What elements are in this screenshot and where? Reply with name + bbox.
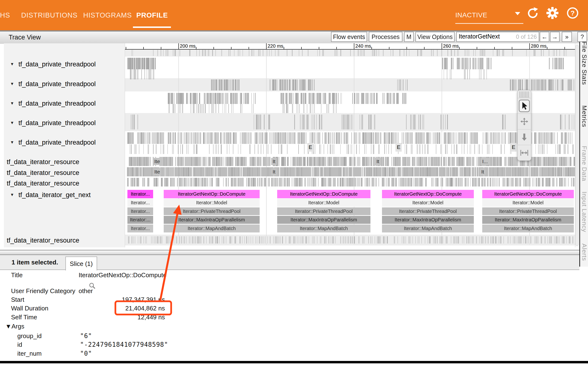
ruler-tick-label: 220 ms xyxy=(268,43,283,49)
resource-slice-label[interactable]: I... xyxy=(481,158,489,165)
find-previous-button[interactable]: ← xyxy=(540,32,549,42)
tab-histograms[interactable]: HISTOGRAMS xyxy=(83,0,132,30)
resource-slice-label[interactable]: Ite xyxy=(153,158,161,165)
slice-iterator-mapandbatch[interactable]: Iterator::MapAndBatch xyxy=(164,224,260,232)
panel-splitter[interactable] xyxy=(0,250,579,255)
search-title-icon[interactable] xyxy=(88,282,96,290)
slice-iterator-get-next-op[interactable]: IteratorGetNextOp::DoCompute xyxy=(382,190,474,198)
collapse-arrow-icon[interactable]: ▼ xyxy=(10,82,14,86)
slice-iterator-model[interactable]: Iterator::Model xyxy=(164,199,260,207)
slice-iterator-privatethreadpool[interactable]: Iterator::PrivateThreadPool xyxy=(277,207,370,215)
help-icon[interactable]: ? xyxy=(566,7,579,19)
side-tab-metrics[interactable]: Metrics xyxy=(581,105,588,139)
track-label-tf-data-iterator-resource[interactable]: tf_data_iterator_resource xyxy=(7,168,79,177)
track-label-tf-data-private-threadpool[interactable]: ▼tf_data_private_threadpool xyxy=(10,138,96,147)
slice-iterator-[interactable]: Iterator... xyxy=(127,207,153,215)
expand-results-button[interactable]: » xyxy=(562,32,572,42)
tab-profile[interactable]: PROFILE xyxy=(136,0,168,30)
side-tab-input-latency[interactable]: Input Latency xyxy=(581,191,588,243)
settings-icon[interactable] xyxy=(546,7,559,19)
side-tab-file-size-stats[interactable]: File Size Stats xyxy=(581,41,588,94)
slice-iterator-mapandbatch[interactable]: Iterator::MapAndBatch xyxy=(277,224,370,232)
track-label-tf-data-iterator-resource[interactable]: tf_data_iterator_resource xyxy=(7,157,79,167)
slice-iterator-maxintraopparallelism[interactable]: Iterator::MaxIntraOpParallelism xyxy=(482,216,574,224)
track-label-tf-data-private-threadpool[interactable]: ▼tf_data_private_threadpool xyxy=(10,79,96,89)
tab-hs[interactable]: HS xyxy=(0,0,10,30)
tab-slice[interactable]: Slice (1) xyxy=(65,257,97,270)
track-label-text: tf_data_iterator_resource xyxy=(7,237,79,244)
slice-iterator-model[interactable]: Iterator::Model xyxy=(382,199,474,207)
track-label-text: tf_data_private_threadpool xyxy=(19,61,96,68)
slice-iterator-mapandbatch[interactable]: Iterator::MapAndBatch xyxy=(382,224,474,232)
toolbar-button-m[interactable]: M xyxy=(404,32,414,42)
toolbar-button-view-options[interactable]: View Options xyxy=(415,32,455,42)
args-section-toggle[interactable]: ▼Args xyxy=(5,322,24,330)
slice-iterator-maxintraopparallelism[interactable]: Iterator::MaxIntraOpParallelism xyxy=(382,216,474,224)
ruler-minor-tick xyxy=(143,47,144,49)
side-tab-alerts[interactable]: Alerts xyxy=(581,244,588,267)
collapse-arrow-icon[interactable]: ▼ xyxy=(10,192,14,197)
collapse-arrow-icon[interactable]: ▼ xyxy=(10,101,14,106)
ruler-minor-tick xyxy=(424,47,425,49)
side-tab-frame-data[interactable]: Frame Data xyxy=(581,146,588,191)
event-marker-E[interactable]: E xyxy=(396,143,402,152)
toolbar-button-flow-events[interactable]: Flow events xyxy=(331,32,367,42)
slice-iterator-get-next-op[interactable]: IteratorGetNextOp::DoCompute xyxy=(164,190,260,198)
resource-slice-label[interactable]: It xyxy=(375,158,381,165)
arg-value-id: "-2247961841077948598" xyxy=(80,341,168,349)
vertical-scrollbar-thumb[interactable] xyxy=(575,45,579,246)
track-label-tf-data-iterator-get-next[interactable]: ▼tf_data_iterator_get_next xyxy=(10,190,91,199)
tool-cursor-icon[interactable] xyxy=(518,98,531,114)
slice-iterator-get-next-op[interactable]: IteratorGetNextOp::DoCompute xyxy=(482,190,574,198)
tab-distributions[interactable]: DISTRIBUTIONS xyxy=(21,0,77,30)
toolbar-button-processes[interactable]: Processes xyxy=(369,32,402,42)
resource-slice-label[interactable]: It xyxy=(480,168,485,175)
track-label-tf-data-iterator-resource[interactable]: tf_data_iterator_resource xyxy=(7,179,79,188)
tool-measure-horizontal-icon[interactable] xyxy=(518,145,531,160)
slice-iterator-[interactable]: Iterator... xyxy=(127,224,153,232)
slice-iterator-privatethreadpool[interactable]: Iterator::PrivateThreadPool xyxy=(382,207,474,215)
palette-grip[interactable] xyxy=(519,92,529,98)
slice-iterator-privatethreadpool[interactable]: Iterator::PrivateThreadPool xyxy=(164,207,260,215)
tool-pan-icon[interactable] xyxy=(518,114,531,129)
find-next-button[interactable]: → xyxy=(550,32,560,42)
collapse-arrow-icon[interactable]: ▼ xyxy=(10,121,14,125)
search-input[interactable]: IteratorGetNext 0 of 126 xyxy=(456,32,539,42)
slice-iterator-model[interactable]: Iterator::Model xyxy=(277,199,370,207)
track-label-tf-data-private-threadpool[interactable]: ▼tf_data_private_threadpool xyxy=(10,99,96,108)
collapse-arrow-icon[interactable]: ▼ xyxy=(10,140,14,145)
slice-iterator-[interactable]: Iterator:... xyxy=(127,216,153,224)
page-bottom-rule xyxy=(0,361,588,363)
resource-slice-label[interactable]: It xyxy=(271,168,277,175)
refresh-icon[interactable] xyxy=(526,7,539,19)
svg-text:?: ? xyxy=(570,9,574,17)
chevron-down-icon[interactable] xyxy=(515,12,520,15)
resource-slice-label[interactable]: Ite xyxy=(153,168,161,175)
slice-iterator-model[interactable]: Iterator::Model xyxy=(482,199,574,207)
event-marker-E[interactable]: E xyxy=(510,143,517,152)
help-button[interactable]: ? xyxy=(577,32,587,42)
slice-iterator-get-next-op[interactable]: IteratorGetNextOp::DoCompute xyxy=(277,190,370,198)
tool-zoom-vertical-icon[interactable] xyxy=(518,129,531,145)
track-label-tf-data-private-threadpool[interactable]: ▼tf_data_private_threadpool xyxy=(10,118,96,128)
arg-key-iter_num: iter_num xyxy=(17,349,42,358)
slice-iterator-maxintraopparallelism[interactable]: Iterator::MaxIntraOpParallelism xyxy=(164,216,260,224)
ruler-minor-tick xyxy=(213,47,214,49)
resource-slice-label[interactable]: It xyxy=(271,158,277,165)
trace-tool-palette[interactable] xyxy=(517,90,531,161)
ruler-minor-tick xyxy=(477,47,477,49)
slice-iterator-mapandbatch[interactable]: Iterator::MapAndBatch xyxy=(482,224,574,232)
slice-iterator-maxintraopparallelism[interactable]: Iterator::MaxIntraOpParallelism xyxy=(277,216,370,224)
slice-iterator-privatethreadpool[interactable]: Iterator::PrivateThreadPool xyxy=(482,207,574,215)
ruler-minor-tick xyxy=(231,47,231,49)
slice-iterator-get-next-op[interactable]: Iterator... xyxy=(127,190,153,198)
ruler-minor-tick xyxy=(301,47,302,49)
event-marker-E[interactable]: E xyxy=(307,143,314,152)
run-status-select[interactable]: INACTIVE xyxy=(455,0,487,30)
slice-iterator-[interactable]: Iterator... xyxy=(127,199,153,207)
ruler-minor-tick xyxy=(565,47,565,49)
track-label-tf-data-iterator-resource[interactable]: tf_data_iterator_resource xyxy=(7,236,79,245)
ruler-tick-label: 260 ms xyxy=(443,43,459,49)
track-label-tf-data-private-threadpool[interactable]: ▼tf_data_private_threadpool xyxy=(10,60,96,69)
collapse-arrow-icon[interactable]: ▼ xyxy=(10,62,14,67)
